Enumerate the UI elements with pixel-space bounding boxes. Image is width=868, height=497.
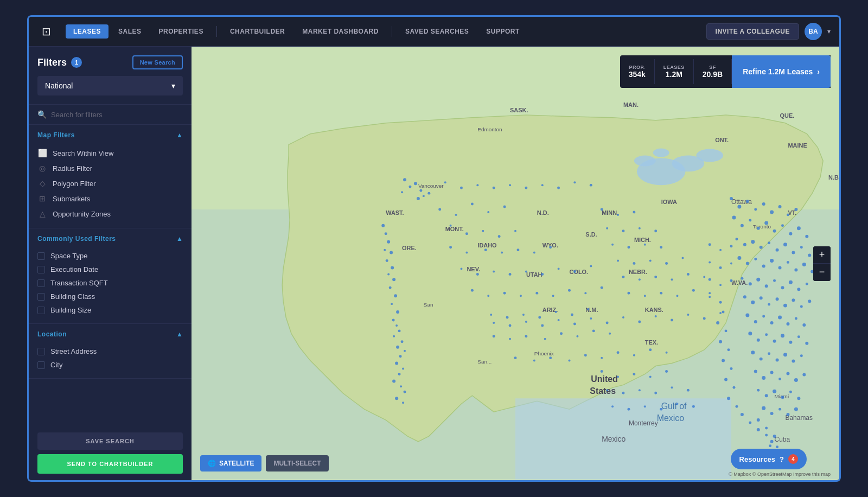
filter-search-within-view[interactable]: ⬜ Search Within View [37,145,183,161]
send-to-chartbuilder-button[interactable]: SEND TO CHARTBUILDER [37,454,183,474]
svg-point-102 [516,248,519,251]
svg-point-256 [795,317,797,320]
filter-opportunity-zones[interactable]: △ Opportunity Zones [37,206,183,221]
resources-label: Resources [739,455,775,463]
satellite-button[interactable]: 🌐 SATELLITE [200,455,261,471]
svg-point-284 [789,391,792,393]
chevron-down-icon[interactable]: ▾ [827,28,831,35]
svg-point-234 [756,278,760,282]
svg-point-171 [644,295,646,297]
svg-point-308 [757,418,760,422]
street-address-checkbox[interactable] [37,348,45,355]
zoom-in-button[interactable]: + [813,246,831,264]
svg-point-202 [732,215,736,219]
svg-text:WAST.: WAST. [386,209,404,216]
tab-support[interactable]: SUPPORT [478,24,527,39]
svg-point-185 [671,386,673,388]
svg-point-348 [719,301,722,304]
filter-building-size[interactable]: Building Size [37,303,183,317]
svg-point-136 [592,329,595,332]
svg-point-143 [601,357,603,359]
tab-saved-searches[interactable]: SAVED SEARCHES [398,24,476,39]
zoom-out-button[interactable]: − [813,264,831,281]
location-dropdown[interactable]: National ▾ [37,76,183,95]
svg-point-93 [450,225,452,227]
map-bottom-controls: 🌐 SATELLITE MULTI-SELECT [200,455,329,471]
svg-point-237 [781,286,784,289]
filter-space-type[interactable]: Space Type [37,249,183,263]
svg-point-72 [392,318,395,321]
invite-colleague-button[interactable]: INVITE A COLLEAGUE [706,23,799,40]
collapse-icon[interactable]: ▲ [176,330,183,338]
filter-building-class[interactable]: Building Class [37,290,183,303]
svg-point-105 [461,267,463,270]
svg-point-198 [770,210,774,214]
svg-text:UTAH: UTAH [526,271,542,278]
svg-point-80 [395,362,398,365]
svg-point-204 [749,219,751,221]
filter-label: City [50,361,62,369]
svg-point-6 [653,149,669,157]
filters-label: Filters [37,57,67,68]
filter-execution-date[interactable]: Execution Date [37,263,183,276]
city-checkbox[interactable] [37,361,45,369]
leases-label: LEASES [663,65,685,70]
svg-point-128 [571,314,573,316]
svg-point-71 [396,310,399,314]
svg-text:ORE.: ORE. [402,245,417,251]
tab-market-dashboard[interactable]: MARKET DASHBOARD [295,24,386,39]
filter-radius[interactable]: ◎ Radius Filter [37,161,183,176]
new-search-button[interactable]: New Search [132,55,183,69]
svg-point-188 [627,408,630,411]
save-search-button[interactable]: SAVE SEARCH [37,432,183,450]
tab-sales[interactable]: SALES [111,24,149,39]
building-class-checkbox[interactable] [37,293,45,301]
building-size-checkbox[interactable] [37,307,45,314]
svg-point-262 [781,334,784,337]
tab-properties[interactable]: PROPERTIES [151,24,211,39]
svg-point-57 [423,195,425,197]
svg-point-220 [800,246,803,248]
svg-point-228 [787,261,789,264]
transaction-sqft-checkbox[interactable] [37,279,45,287]
svg-point-55 [419,189,422,192]
svg-point-211 [805,235,808,238]
svg-point-223 [746,262,749,265]
multi-select-button[interactable]: MULTI-SELECT [266,455,328,471]
svg-point-246 [783,304,787,308]
svg-point-296 [722,359,725,362]
filter-street-address[interactable]: Street Address [37,345,183,358]
svg-point-114 [471,289,474,292]
filter-transaction-sqft[interactable]: Transaction SQFT [37,276,183,290]
svg-point-319 [541,184,544,186]
refine-button[interactable]: Refine 1.2M Leases › [732,55,831,88]
execution-date-checkbox[interactable] [37,266,45,273]
svg-point-307 [776,445,778,448]
filter-submarkets[interactable]: ⊞ Submarkets [37,191,183,206]
svg-point-303 [749,422,751,424]
svg-point-322 [590,184,592,187]
svg-point-166 [654,276,657,278]
tab-leases[interactable]: LEASES [66,24,108,39]
svg-point-148 [601,208,603,211]
space-type-checkbox[interactable] [37,252,45,260]
svg-point-205 [757,227,760,230]
svg-point-83 [392,379,395,383]
svg-point-266 [751,351,755,354]
collapse-icon[interactable]: ▲ [176,235,183,243]
svg-point-173 [676,295,679,297]
svg-point-337 [719,312,722,314]
svg-point-123 [490,314,492,316]
prop-value: 354k [629,70,646,79]
svg-point-190 [660,408,662,411]
resources-button[interactable]: Resources ? 4 [731,449,807,469]
collapse-icon[interactable]: ▲ [176,131,183,139]
svg-point-292 [716,321,719,324]
svg-point-189 [644,405,646,407]
svg-point-58 [427,192,430,195]
nav-divider-1 [216,26,217,37]
svg-point-323 [493,322,495,324]
filter-city[interactable]: City [37,358,183,372]
tab-chartbuilder[interactable]: CHARTBUILDER [222,24,292,39]
filter-polygon[interactable]: ◇ Polygon Filter [37,176,183,191]
